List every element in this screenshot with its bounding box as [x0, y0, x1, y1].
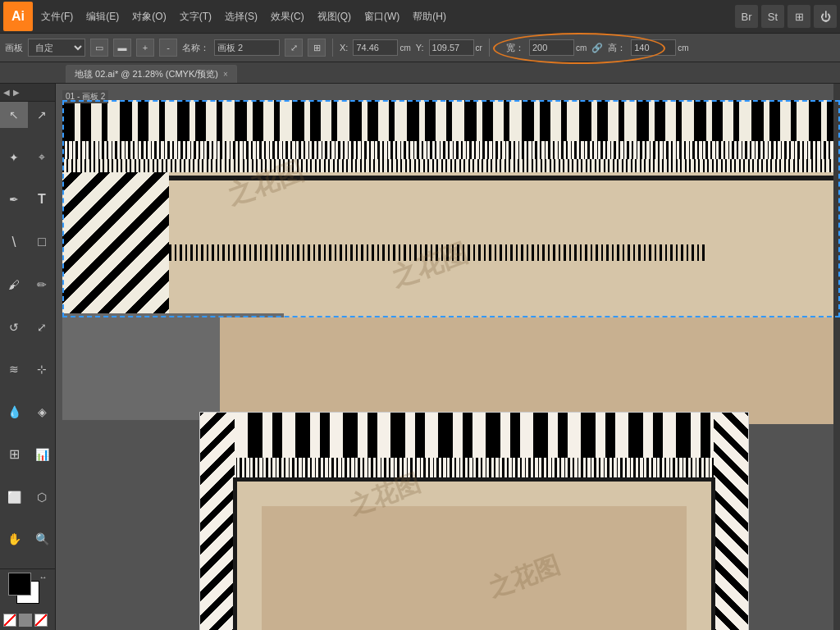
red-swatch[interactable] — [34, 614, 48, 627]
toggle-arrow-left: ◀ — [3, 88, 10, 97]
delete-artboard-icon[interactable]: - — [159, 39, 177, 57]
selection-tool[interactable]: ↖ — [0, 102, 28, 128]
stock-icon[interactable]: St — [761, 5, 784, 28]
fill-swatch[interactable] — [8, 573, 31, 596]
height-label: 高： — [608, 42, 626, 54]
menu-edit[interactable]: 编辑(E) — [81, 7, 124, 27]
artboard-label: 01 - 画板 2 — [62, 90, 108, 103]
tab-close-button[interactable]: × — [223, 70, 228, 79]
artboard-toolbar: 画板 自定 ▭ ▬ + - 名称： ⤢ ⊞ X: cm Y: cr 宽： cm … — [0, 33, 840, 62]
right-bg — [833, 84, 840, 630]
extra-swatches — [3, 614, 52, 627]
menu-file[interactable]: 文件(F) — [36, 7, 78, 27]
add-artboard-icon[interactable]: + — [136, 39, 154, 57]
lasso-tool[interactable]: ⌖ — [28, 144, 56, 171]
menu-window[interactable]: 窗口(W) — [359, 7, 404, 27]
slice-tool[interactable]: ⬡ — [28, 484, 56, 510]
name-label: 名称： — [182, 42, 209, 54]
blend-tool[interactable]: ◈ — [28, 399, 56, 425]
toggle-arrow-right: ▶ — [13, 88, 20, 97]
line-tool[interactable]: \ — [0, 229, 28, 255]
move-icon[interactable]: ⤢ — [285, 39, 303, 57]
tools-grid: ↖ ↗ ✦ ⌖ ✒ T \ □ 🖌 ✏ ↺ ⤢ ≋ ⊹ 💧 ◈ ⊞ 📊 — [0, 102, 55, 568]
preset-select[interactable]: 自定 — [28, 39, 85, 57]
grid-icon[interactable]: ⊞ — [788, 5, 810, 28]
inner-border — [169, 176, 840, 180]
swap-icon[interactable]: ↔ — [39, 573, 48, 582]
height-unit: cm — [678, 43, 688, 52]
grid-artboard-icon[interactable]: ⊞ — [308, 39, 326, 57]
x-field: cm — [353, 39, 410, 56]
bridge-icon[interactable]: Br — [735, 5, 758, 28]
gray-swatch[interactable] — [19, 614, 32, 627]
y-label: Y: — [416, 43, 424, 52]
bottom-rug-left-zebra — [200, 413, 235, 630]
column-graph-tool[interactable]: ⊞ — [0, 441, 28, 468]
divider2 — [489, 39, 490, 57]
bottom-rug-zebra — [200, 413, 748, 458]
height-input[interactable] — [631, 39, 676, 56]
divider1 — [332, 39, 333, 57]
barcode-row2 — [62, 159, 840, 172]
pencil-tool[interactable]: ✏ — [28, 272, 56, 298]
bottom-rug-inner-frame — [233, 477, 715, 630]
menu-view[interactable]: 视图(Q) — [313, 7, 356, 27]
menu-type[interactable]: 文字(T) — [175, 7, 217, 27]
barcode-top — [62, 141, 840, 159]
portrait-icon[interactable]: ▭ — [90, 39, 108, 57]
x-unit: cm — [399, 43, 410, 52]
bar-graph-tool[interactable]: 📊 — [28, 441, 56, 468]
landscape-icon[interactable]: ▬ — [113, 39, 131, 57]
menu-object[interactable]: 对象(O) — [127, 7, 171, 27]
rect-tool[interactable]: □ — [28, 229, 56, 255]
paintbrush-tool[interactable]: 🖌 — [0, 272, 28, 298]
beige-bg — [220, 317, 840, 424]
hand-tool[interactable]: ✋ — [0, 526, 28, 552]
pen-tool[interactable]: ✒ — [0, 186, 28, 212]
lock-icon[interactable]: 🔗 — [591, 43, 603, 53]
x-label: X: — [340, 43, 348, 52]
menu-effect[interactable]: 效果(C) — [266, 7, 309, 27]
width-label: 宽： — [506, 42, 524, 54]
zoom-tool[interactable]: 🔍 — [28, 526, 56, 552]
tab-bar: 地毯 02.ai* @ 21.28% (CMYK/预览) × — [0, 62, 840, 84]
menu-select[interactable]: 选择(S) — [220, 7, 262, 27]
scale-tool[interactable]: ⤢ — [28, 314, 56, 340]
x-input[interactable] — [353, 39, 398, 56]
panel-label: 画板 — [5, 42, 23, 54]
y-input[interactable] — [429, 39, 474, 56]
bottom-rug-inner-content — [262, 506, 687, 630]
menu-help[interactable]: 帮助(H) — [408, 7, 451, 27]
toolbox: ◀ ▶ ↖ ↗ ✦ ⌖ ✒ T \ □ 🖌 ✏ ↺ ⤢ ≋ ⊹ 💧 — [0, 84, 56, 630]
width-input[interactable] — [529, 39, 574, 56]
canvas-area[interactable]: 01 - 画板 2 之花图 之花图 — [56, 84, 840, 630]
artboard-tool[interactable]: ⬜ — [0, 484, 28, 510]
width-unit: cm — [576, 43, 587, 52]
artboard-name-input[interactable] — [214, 39, 280, 56]
ai-logo: Ai — [3, 2, 33, 31]
bottom-rug-barcode — [200, 458, 748, 477]
bottom-rug-right-zebra — [714, 413, 748, 630]
panels-toggle[interactable]: ◀ ▶ — [0, 84, 55, 102]
direct-selection-tool[interactable]: ↗ — [28, 102, 56, 128]
menu-bar: Ai 文件(F) 编辑(E) 对象(O) 文字(T) 选择(S) 效果(C) 视… — [0, 0, 840, 33]
y-field: cr — [429, 39, 482, 56]
artboard-2: 之花图 之花图 — [199, 412, 749, 630]
swatches-area: ↔ — [0, 568, 55, 630]
rotate-tool[interactable]: ↺ — [0, 314, 28, 340]
none-swatch[interactable] — [3, 614, 16, 627]
type-tool[interactable]: T — [28, 186, 56, 212]
eyedropper-tool[interactable]: 💧 — [0, 399, 28, 425]
width-field: cm — [529, 39, 587, 56]
power-icon[interactable]: ⏻ — [814, 5, 837, 28]
zebra-top-strip — [62, 100, 840, 141]
tab-label: 地毯 02.ai* @ 21.28% (CMYK/预览) — [75, 68, 218, 80]
y-unit: cr — [476, 43, 482, 52]
menu-right-icons: Br St ⊞ ⏻ — [735, 5, 837, 28]
free-transform-tool[interactable]: ⊹ — [28, 356, 56, 382]
warp-tool[interactable]: ≋ — [0, 356, 28, 382]
inner-barcode — [169, 244, 705, 261]
document-tab[interactable]: 地毯 02.ai* @ 21.28% (CMYK/预览) × — [66, 65, 237, 83]
magic-wand-tool[interactable]: ✦ — [0, 144, 28, 171]
height-field: cm — [631, 39, 688, 56]
